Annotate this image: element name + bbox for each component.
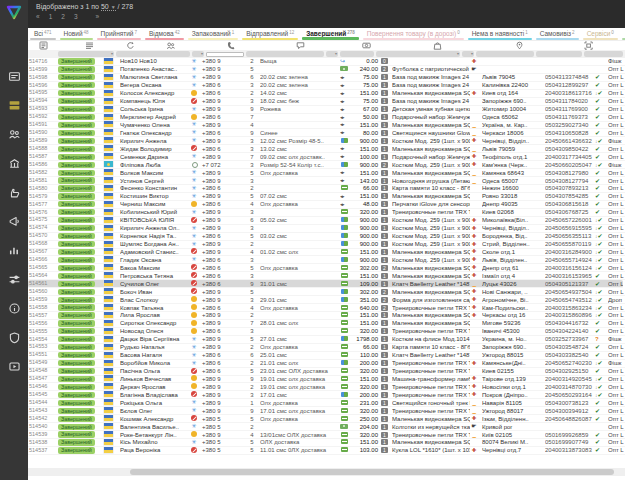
client-phone[interactable]: +380 9 [200, 106, 245, 112]
dashboard-icon[interactable] [8, 70, 21, 83]
client-name[interactable]: Нов10 Нов10 [120, 58, 190, 64]
order-row[interactable]: 514586ЗавершенийФіліпова Люба+7 0723Розм… [28, 161, 625, 169]
order-row[interactable]: 514553ЗавершенийРудько Наталья+380 92Олх… [28, 344, 625, 352]
tracking-number[interactable]: 0504307893213 [545, 185, 595, 191]
tracking-number[interactable]: 20400316284900 [545, 249, 595, 255]
client-name[interactable]: Новосад Олеся [120, 328, 190, 334]
order-id[interactable]: 514575 [28, 217, 58, 223]
clients-column-icon[interactable] [166, 41, 175, 50]
client-name[interactable]: Шумляс Богдана Ан.. [120, 241, 190, 247]
tab-Завершений[interactable]: Завершений278 [300, 28, 361, 40]
tracking-number[interactable]: 20400317734405 [545, 154, 595, 160]
order-id[interactable]: 514574 [28, 225, 58, 231]
client-name[interactable]: Петровська Тетяна [120, 273, 190, 279]
client-name[interactable]: Бакоа Максим [120, 265, 190, 271]
order-row[interactable]: 514598ЗавершенийМалютина Светлана+380 96… [28, 74, 625, 82]
client-phone[interactable]: +380 9 [200, 392, 245, 398]
client-name[interactable]: Сольська Ірина [120, 106, 190, 112]
client-name[interactable]: Адамовский Станис.. [120, 249, 190, 255]
tracking-number[interactable]: 0504308127794 [545, 178, 595, 184]
client-name[interactable]: Гнатюк Олександр [120, 130, 190, 136]
client-name[interactable]: Кісь Михайло [120, 439, 190, 445]
clients-icon[interactable] [8, 128, 21, 141]
order-id[interactable]: 514544 [28, 400, 58, 406]
info-icon[interactable] [8, 302, 21, 315]
client-phone[interactable]: +380 6 [200, 90, 245, 96]
order-row[interactable]: 514556ЗавершенийСиротюк Олександр+380 97… [28, 320, 625, 328]
tab-Всі[interactable]: Всі471 [28, 28, 58, 40]
tracking-number[interactable]: 20450656915595 [545, 225, 595, 231]
megaphone-icon[interactable] [8, 215, 21, 228]
filter-city-input[interactable] [476, 51, 534, 57]
tracking-number[interactable]: 20400316156124 [545, 265, 595, 271]
order-id[interactable]: 514538 [28, 440, 58, 446]
tab-Повернення товару (в дорозі)[interactable]: Повернення товару (в дорозі)0 [361, 28, 466, 40]
order-id[interactable]: 514588 [28, 146, 58, 152]
client-phone[interactable]: +380 6 [200, 233, 245, 239]
client-name[interactable]: Чумаченко Олена [120, 122, 190, 128]
last-page-button[interactable]: » [96, 13, 100, 20]
tracking-number[interactable]: 0501699926859 [545, 432, 595, 438]
stats-icon[interactable] [8, 244, 21, 257]
order-id[interactable]: 514545 [28, 392, 58, 398]
order-id[interactable]: 514556 [28, 321, 58, 327]
client-name[interactable]: Сучилов Олег [120, 281, 190, 287]
tracking-number[interactable]: 20450656355113 [545, 233, 595, 239]
filter-amount-input[interactable] [340, 51, 374, 57]
comment-icon[interactable] [296, 41, 305, 50]
client-phone[interactable]: +380 9 [200, 138, 245, 144]
order-id[interactable]: 514564 [28, 273, 58, 279]
tracking-number[interactable]: 0504311769900 [545, 106, 595, 112]
app-logo[interactable] [6, 5, 22, 24]
tracking-number[interactable]: 0504311769373 [545, 114, 595, 120]
order-row[interactable]: 514555ЗавершенийНовосад Олеся+380 63320.… [28, 328, 625, 336]
page-button-2[interactable]: 2 [61, 13, 65, 20]
client-name[interactable]: Кирилич Анжела Ол.. [120, 225, 190, 231]
bank-icon[interactable] [8, 157, 21, 170]
client-phone[interactable]: +380 6 [200, 281, 245, 287]
order-row[interactable]: 514590ЗавершенийГнатюк Олександр+380 69С… [28, 129, 625, 137]
order-row[interactable]: 514589ЗавершенийКирилич Анжела+380 9312.… [28, 137, 625, 145]
tracking-number[interactable]: 20450654937504 [545, 289, 595, 295]
client-phone[interactable]: +380 9 [200, 74, 245, 80]
client-name[interactable]: Гладик Оксана [120, 257, 190, 263]
order-id[interactable]: 514557 [28, 313, 58, 319]
order-id[interactable]: 514582 [28, 170, 58, 176]
filter-comment-input[interactable] [246, 51, 324, 57]
client-name[interactable]: Басова Наталя [120, 352, 190, 358]
order-row[interactable]: 514540ЗавершенийВалентина Василье..+380 … [28, 423, 625, 431]
filter-payment-select[interactable] [326, 51, 338, 57]
client-name[interactable]: Линьков Вячеслав [120, 376, 190, 382]
order-id[interactable]: 514577 [28, 202, 58, 208]
client-phone[interactable]: +380 9 [200, 289, 245, 295]
client-phone[interactable]: +7 072 [200, 162, 245, 168]
order-row[interactable]: 514538ЗавершенийКісь Михайло+380 55ОЛХ д… [28, 439, 625, 447]
client-phone[interactable]: +380 9 [200, 154, 245, 160]
filter-product-select[interactable] [376, 51, 460, 57]
shipment-scan-icon[interactable] [584, 41, 593, 50]
client-phone[interactable]: +380 9 [200, 98, 245, 104]
order-row[interactable]: 514716ЗавершенийНов10 Нов10+380 92Выща0.… [28, 58, 625, 66]
order-row[interactable]: 514593ЗавершенийСольська Ірина+380 99Рож… [28, 106, 625, 114]
client-name[interactable]: КВІТОВСЬКА ЮЛІЯ [120, 217, 190, 223]
tracking-number[interactable]: 0504307854285 [545, 193, 595, 199]
tracking-number[interactable]: 20450650293164 [545, 392, 595, 398]
order-id[interactable]: 514598 [28, 75, 58, 81]
tab-Запакований[interactable]: Запакований1 [186, 28, 241, 40]
order-id[interactable]: 514555 [28, 329, 58, 335]
tracking-number[interactable]: 0504305121337 [545, 281, 595, 287]
order-id[interactable]: 514553 [28, 344, 58, 350]
tracking-number[interactable]: 20400314870730 [545, 384, 595, 390]
tracking-number[interactable]: 0504306768725 [545, 209, 595, 215]
client-phone[interactable]: +380 9 [200, 344, 245, 350]
client-name[interactable]: Жидак Володимир [120, 146, 190, 152]
order-row[interactable]: 514582ЗавершенийВолков Максим+380 95Олх … [28, 169, 625, 177]
client-name[interactable]: Волков Максим [120, 170, 190, 176]
order-row[interactable]: 514543ЗавершенийБєлов Олег+380 9917.01 с… [28, 407, 625, 415]
client-phone[interactable]: +380 5 [200, 439, 245, 445]
filter-carrier-select[interactable] [462, 51, 474, 57]
client-phone[interactable]: +380 6 [200, 257, 245, 263]
tab-Новий[interactable]: Новий48 [58, 28, 95, 40]
client-name[interactable]: Бокоч Иван [120, 289, 190, 295]
order-row[interactable]: 514542ЗавершенийКошмак Александр+380 55О… [28, 415, 625, 423]
